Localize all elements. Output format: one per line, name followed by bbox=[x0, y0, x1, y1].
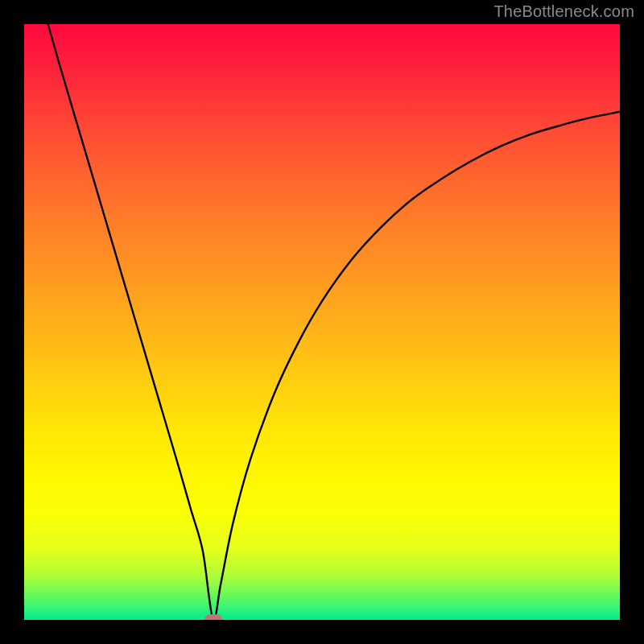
chart-frame: TheBottleneck.com bbox=[0, 0, 644, 644]
watermark-text: TheBottleneck.com bbox=[493, 2, 634, 21]
bottleneck-curve bbox=[48, 24, 620, 620]
min-marker-dot bbox=[204, 614, 222, 620]
plot-area bbox=[24, 24, 620, 620]
curve-layer bbox=[24, 24, 620, 620]
